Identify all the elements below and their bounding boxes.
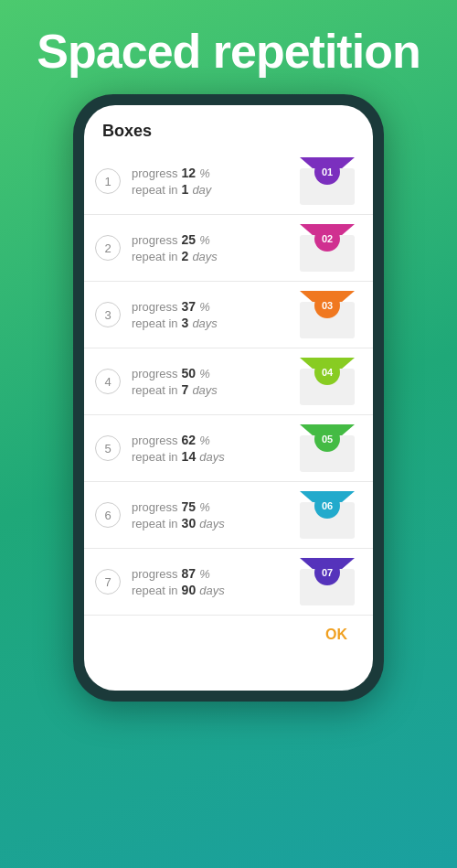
repeat-unit: days — [199, 584, 224, 597]
box-text: progress 37 % repeat in 3 days — [132, 299, 296, 330]
progress-label: progress — [132, 300, 178, 314]
box-number: 2 — [95, 235, 121, 261]
phone-frame: Boxes 1 progress 12 % repeat in 1 day 01 — [73, 94, 384, 702]
envelope: 01 — [296, 157, 358, 205]
repeat-value: 14 — [182, 449, 197, 464]
repeat-value: 2 — [182, 249, 189, 263]
repeat-label: repeat in — [132, 450, 178, 464]
envelope: 02 — [296, 224, 358, 272]
table-row[interactable]: 2 progress 25 % repeat in 2 days 02 — [84, 215, 373, 282]
box-text: progress 62 % repeat in 14 days — [132, 433, 296, 464]
boxes-list: 1 progress 12 % repeat in 1 day 01 2 — [84, 148, 373, 616]
repeat-unit: days — [192, 383, 217, 397]
progress-line: progress 50 % — [132, 366, 296, 380]
envelope: 05 — [296, 424, 358, 472]
repeat-line: repeat in 14 days — [132, 449, 296, 464]
repeat-value: 1 — [182, 182, 189, 197]
envelope: 04 — [296, 358, 358, 405]
progress-line: progress 12 % — [132, 166, 296, 180]
repeat-value: 3 — [182, 316, 189, 330]
progress-unit: % — [199, 166, 210, 180]
repeat-unit: days — [192, 316, 217, 330]
repeat-unit: days — [192, 250, 217, 263]
box-number: 6 — [95, 502, 121, 528]
progress-value: 75 — [182, 499, 197, 514]
repeat-label: repeat in — [132, 316, 178, 330]
box-text: progress 12 % repeat in 1 day — [132, 166, 296, 197]
repeat-label: repeat in — [132, 584, 178, 597]
boxes-header: Boxes — [84, 105, 373, 148]
repeat-label: repeat in — [132, 183, 178, 197]
envelope-badge: 04 — [314, 359, 340, 385]
repeat-label: repeat in — [132, 250, 178, 263]
table-row[interactable]: 4 progress 50 % repeat in 7 days 04 — [84, 348, 373, 415]
envelope: 07 — [296, 558, 358, 605]
progress-unit: % — [199, 367, 210, 380]
box-number: 7 — [95, 569, 121, 595]
box-text: progress 75 % repeat in 30 days — [132, 499, 296, 530]
repeat-line: repeat in 7 days — [132, 382, 296, 397]
repeat-unit: days — [199, 450, 224, 464]
progress-label: progress — [132, 500, 178, 514]
progress-unit: % — [199, 233, 210, 247]
box-number: 3 — [95, 302, 121, 327]
progress-line: progress 25 % — [132, 232, 296, 247]
progress-line: progress 87 % — [132, 566, 296, 581]
envelope-badge: 07 — [314, 560, 340, 585]
box-number: 5 — [95, 435, 121, 461]
progress-label: progress — [132, 567, 178, 581]
envelope-badge: 01 — [314, 159, 340, 185]
progress-value: 50 — [182, 366, 197, 380]
table-row[interactable]: 7 progress 87 % repeat in 90 days 07 — [84, 549, 373, 616]
envelope: 03 — [296, 291, 358, 338]
repeat-line: repeat in 2 days — [132, 249, 296, 263]
repeat-line: repeat in 1 day — [132, 182, 296, 197]
progress-label: progress — [132, 434, 178, 447]
box-number: 4 — [95, 369, 121, 394]
repeat-line: repeat in 3 days — [132, 316, 296, 330]
progress-unit: % — [199, 300, 210, 314]
phone-screen: Boxes 1 progress 12 % repeat in 1 day 01 — [84, 105, 373, 691]
box-number: 1 — [95, 168, 121, 194]
table-row[interactable]: 1 progress 12 % repeat in 1 day 01 — [84, 148, 373, 215]
table-row[interactable]: 6 progress 75 % repeat in 30 days 06 — [84, 482, 373, 549]
table-row[interactable]: 3 progress 37 % repeat in 3 days 03 — [84, 282, 373, 348]
progress-value: 12 — [182, 166, 197, 180]
progress-label: progress — [132, 233, 178, 247]
progress-line: progress 62 % — [132, 433, 296, 447]
box-text: progress 87 % repeat in 90 days — [132, 566, 296, 597]
progress-value: 87 — [182, 566, 197, 581]
envelope-badge: 05 — [314, 426, 340, 452]
table-row[interactable]: 5 progress 62 % repeat in 14 days 05 — [84, 415, 373, 482]
progress-unit: % — [199, 500, 210, 514]
repeat-value: 7 — [182, 382, 189, 397]
repeat-label: repeat in — [132, 517, 178, 530]
repeat-value: 90 — [182, 583, 197, 597]
ok-button-row: OK — [84, 616, 373, 659]
repeat-line: repeat in 30 days — [132, 516, 296, 530]
ok-button[interactable]: OK — [318, 623, 355, 647]
envelope-badge: 02 — [314, 226, 340, 252]
progress-unit: % — [199, 567, 210, 581]
progress-label: progress — [132, 166, 178, 180]
repeat-line: repeat in 90 days — [132, 583, 296, 597]
progress-value: 62 — [182, 433, 197, 447]
progress-value: 37 — [182, 299, 197, 314]
progress-line: progress 37 % — [132, 299, 296, 314]
box-text: progress 25 % repeat in 2 days — [132, 232, 296, 263]
repeat-value: 30 — [182, 516, 197, 530]
repeat-unit: day — [192, 183, 211, 197]
repeat-unit: days — [199, 517, 224, 530]
progress-line: progress 75 % — [132, 499, 296, 514]
envelope-badge: 03 — [314, 293, 340, 318]
box-text: progress 50 % repeat in 7 days — [132, 366, 296, 397]
progress-unit: % — [199, 434, 210, 447]
progress-value: 25 — [182, 232, 197, 247]
repeat-label: repeat in — [132, 383, 178, 397]
envelope-badge: 06 — [314, 493, 340, 519]
header-title: Spaced repetition — [37, 26, 420, 78]
envelope: 06 — [296, 491, 358, 539]
progress-label: progress — [132, 367, 178, 380]
